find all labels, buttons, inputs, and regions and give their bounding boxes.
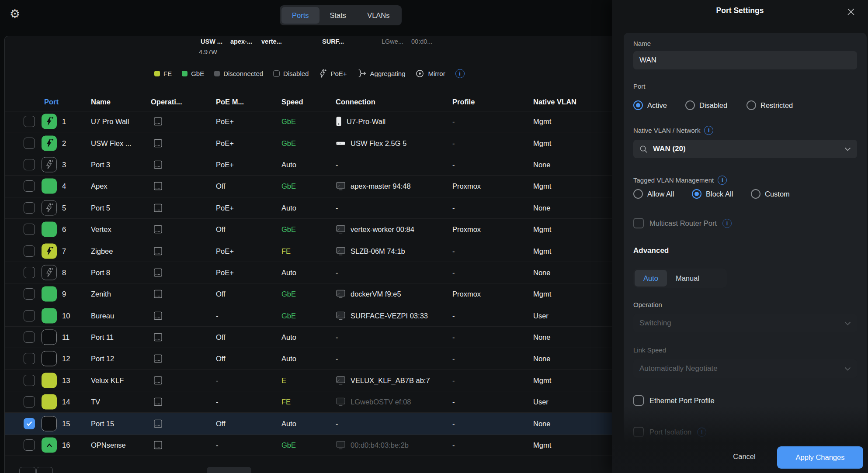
connection-text: apex-master 94:48 bbox=[351, 182, 411, 190]
segment-auto[interactable]: Auto bbox=[635, 270, 667, 287]
row-checkbox[interactable] bbox=[24, 202, 35, 214]
port-isolation-checkbox[interactable]: Port Isolation i bbox=[633, 427, 706, 437]
row-checkbox[interactable] bbox=[24, 180, 35, 192]
table-row[interactable]: 1U7 Pro WallPoE+GbEU7-Pro-Wall-Mgmt bbox=[5, 111, 612, 132]
column-header-name[interactable]: Name bbox=[91, 97, 111, 106]
native-vlan: Mgmt bbox=[533, 376, 551, 384]
tab-stats[interactable]: Stats bbox=[319, 7, 357, 24]
name-input-value: WAN bbox=[639, 56, 656, 65]
column-header-profile[interactable]: Profile bbox=[452, 97, 475, 106]
disabled-swatch bbox=[273, 70, 280, 77]
link-speed-label: Link Speed bbox=[633, 346, 666, 354]
table-row[interactable]: 4ApexOffGbEapex-master 94:48ProxmoxMgmt bbox=[5, 176, 612, 197]
operation-device-icon bbox=[153, 354, 163, 364]
column-header-operati[interactable]: Operati... bbox=[151, 97, 182, 106]
pagination-page-button[interactable] bbox=[207, 467, 251, 473]
cancel-button[interactable]: Cancel bbox=[720, 452, 768, 461]
connection: U7-Pro-Wall bbox=[336, 117, 385, 127]
row-checkbox[interactable] bbox=[24, 396, 35, 407]
advanced-heading: Advanced bbox=[633, 246, 669, 255]
row-checkbox[interactable] bbox=[24, 245, 35, 257]
profile: - bbox=[452, 247, 455, 255]
row-checkbox[interactable] bbox=[24, 310, 35, 321]
device-label: apex-... bbox=[230, 38, 252, 45]
table-row[interactable]: 3Port 3PoE+Auto--None bbox=[5, 154, 612, 176]
port-name: Port 15 bbox=[91, 419, 114, 428]
row-checkbox[interactable] bbox=[24, 116, 35, 127]
row-checkbox[interactable] bbox=[24, 159, 35, 170]
row-checkbox[interactable] bbox=[24, 138, 35, 149]
close-icon[interactable] bbox=[846, 7, 856, 17]
legend-item: GbE bbox=[182, 70, 204, 77]
radio-option-active[interactable]: Active bbox=[633, 100, 667, 110]
radio-option-custom[interactable]: Custom bbox=[751, 189, 790, 199]
settings-gear-icon[interactable]: ⚙ bbox=[10, 7, 20, 21]
table-header-row: PortNameOperati...PoE M...SpeedConnectio… bbox=[5, 92, 612, 111]
row-checkbox[interactable] bbox=[24, 267, 35, 278]
multicast-router-port-checkbox: Multicast Router Port i bbox=[633, 218, 732, 228]
native-vlan: None bbox=[533, 204, 550, 212]
native-vlan-label-text: Native VLAN / Network bbox=[633, 127, 700, 134]
speed: Auto bbox=[281, 419, 296, 428]
column-header-nativevlan[interactable]: Native VLAN bbox=[533, 97, 576, 106]
poe-mode: Off bbox=[216, 225, 226, 234]
speed: GbE bbox=[281, 139, 296, 147]
radio-label: Restricted bbox=[760, 101, 793, 110]
row-checkbox[interactable] bbox=[24, 331, 35, 343]
port-number: 2 bbox=[62, 139, 66, 147]
column-header-speed[interactable]: Speed bbox=[281, 97, 303, 106]
connection: USW Flex 2.5G 5 bbox=[336, 138, 406, 148]
operation-device-icon bbox=[153, 203, 163, 213]
column-header-port[interactable]: Port bbox=[44, 97, 59, 106]
tagged-vlan-radio-group: Allow AllBlock AllCustom bbox=[624, 189, 867, 200]
table-row[interactable]: 13Velux KLF-EVELUX_KLF_AB7B ab:7-Mgmt bbox=[5, 370, 612, 391]
poe-mode: Off bbox=[216, 355, 226, 363]
table-row[interactable]: 11Port 11OffAuto--None bbox=[5, 327, 612, 348]
row-checkbox[interactable] bbox=[24, 288, 35, 300]
ethernet-port-profile-checkbox[interactable]: Ethernet Port Profile bbox=[633, 395, 715, 406]
row-checkbox[interactable] bbox=[24, 224, 35, 235]
table-row[interactable]: 16OPNsense-GbE00:d0:b4:03:be:2b-Mgmt bbox=[5, 435, 612, 456]
port-status-icon-green bbox=[42, 222, 57, 237]
native-vlan-select[interactable]: WAN (20) bbox=[633, 140, 857, 158]
row-checkbox[interactable] bbox=[24, 439, 35, 451]
row-checkbox[interactable] bbox=[24, 375, 35, 386]
table-row[interactable]: 9ZenithOffGbEdockerVM f9:e5ProxmoxMgmt bbox=[5, 283, 612, 305]
table-row[interactable]: 5Port 5PoE+Auto--None bbox=[5, 197, 612, 219]
name-field-label: Name bbox=[633, 40, 651, 47]
table-row[interactable]: 14TV-FELGwebOSTV ef:08-User bbox=[5, 391, 612, 413]
segment-manual[interactable]: Manual bbox=[667, 270, 708, 287]
port-number: 5 bbox=[62, 204, 66, 212]
column-header-connection[interactable]: Connection bbox=[336, 97, 375, 106]
tab-ports[interactable]: Ports bbox=[281, 7, 319, 24]
pagination-prev-button[interactable] bbox=[19, 467, 36, 473]
radio-option-block-all[interactable]: Block All bbox=[692, 189, 733, 199]
table-row[interactable]: 7ZigbeePoE+FESLZB-06M 74:1b-Mgmt bbox=[5, 240, 612, 262]
table-row[interactable]: 8Port 8PoE+Auto--None bbox=[5, 262, 612, 283]
tab-vlans[interactable]: VLANs bbox=[357, 7, 400, 24]
info-icon[interactable]: i bbox=[718, 176, 727, 185]
row-checkbox[interactable] bbox=[24, 418, 35, 429]
pagination-next-button[interactable] bbox=[36, 467, 53, 473]
table-row[interactable]: 6VertexOffGbEvertex-worker 00:84ProxmoxM… bbox=[5, 219, 612, 240]
profile: - bbox=[452, 268, 455, 276]
radio-option-allow-all[interactable]: Allow All bbox=[633, 189, 674, 199]
radio-option-restricted[interactable]: Restricted bbox=[746, 100, 793, 110]
info-icon[interactable]: i bbox=[455, 69, 465, 78]
table-row[interactable]: 15Port 15OffAuto--None bbox=[5, 413, 612, 434]
name-input[interactable]: WAN bbox=[633, 51, 857, 69]
client-monitor-icon bbox=[336, 311, 346, 320]
table-row[interactable]: 10Bureau-GbESURFACE-VEZPI 03:33-User bbox=[5, 305, 612, 327]
table-row[interactable]: 2USW Flex ...PoE+GbEUSW Flex 2.5G 5-Mgmt bbox=[5, 132, 612, 154]
port-name: Port 11 bbox=[91, 333, 114, 342]
table-row[interactable]: 12Port 12OffAuto--None bbox=[5, 348, 612, 369]
operation-device-icon bbox=[153, 267, 163, 277]
operation-label: Operation bbox=[633, 301, 662, 308]
port-name: Port 8 bbox=[91, 268, 110, 276]
column-header-poem[interactable]: PoE M... bbox=[216, 97, 244, 106]
apply-changes-button[interactable]: Apply Changes bbox=[777, 446, 863, 469]
radio-option-disabled[interactable]: Disabled bbox=[685, 100, 727, 110]
row-checkbox[interactable] bbox=[24, 353, 35, 364]
tagged-vlan-label: Tagged VLAN Management i bbox=[633, 176, 727, 185]
info-icon[interactable]: i bbox=[704, 126, 713, 135]
